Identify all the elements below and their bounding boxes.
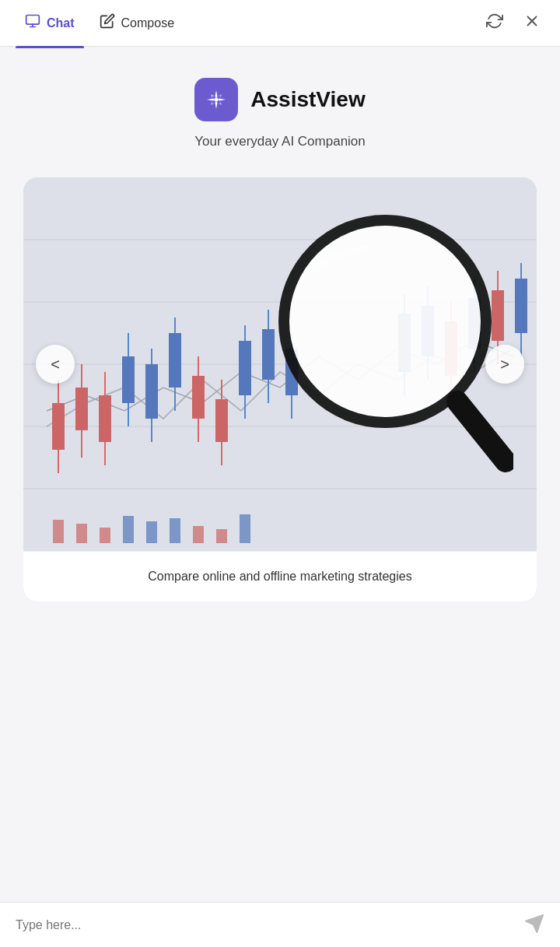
svg-rect-48 <box>146 521 157 543</box>
carousel-next-button[interactable]: > <box>485 345 524 384</box>
chevron-left-icon: < <box>51 356 60 374</box>
refresh-button[interactable] <box>482 11 507 36</box>
svg-rect-45 <box>76 524 87 543</box>
app-tagline: Your everyday AI Companion <box>194 134 366 149</box>
svg-rect-51 <box>216 529 227 543</box>
app-icon <box>194 78 238 121</box>
tab-group: Chat Compose <box>16 7 482 39</box>
svg-rect-25 <box>215 399 228 442</box>
svg-rect-27 <box>239 341 251 395</box>
carousel-caption-text: Compare online and offline marketing str… <box>148 570 411 583</box>
close-button[interactable] <box>520 11 544 36</box>
svg-rect-43 <box>515 279 527 333</box>
carousel-caption: Compare online and offline marketing str… <box>23 551 537 602</box>
carousel-prev-button[interactable]: < <box>36 345 75 384</box>
magnifier-overlay-svg <box>264 209 513 473</box>
svg-line-54 <box>457 402 506 461</box>
svg-rect-23 <box>192 376 205 419</box>
svg-rect-49 <box>170 518 180 543</box>
sparkles-icon <box>204 87 229 112</box>
chevron-right-icon: > <box>500 356 509 374</box>
svg-rect-13 <box>75 388 88 430</box>
send-button[interactable] <box>524 914 544 936</box>
main-content: AssistView Your everyday AI Companion <box>0 47 560 902</box>
app-name: AssistView <box>250 87 365 112</box>
branding: AssistView <box>194 78 365 121</box>
chat-icon <box>25 13 40 33</box>
svg-rect-11 <box>52 403 65 450</box>
refresh-icon <box>486 12 503 33</box>
svg-marker-56 <box>526 915 543 932</box>
svg-rect-21 <box>169 333 181 388</box>
svg-rect-52 <box>240 514 250 543</box>
carousel: < > Compare online and offline marketing… <box>23 177 537 602</box>
compose-icon <box>100 13 115 33</box>
tab-chat[interactable]: Chat <box>16 7 84 39</box>
chat-input[interactable] <box>16 918 515 932</box>
svg-rect-17 <box>122 356 135 403</box>
carousel-image-area: < > <box>23 177 537 551</box>
svg-rect-44 <box>53 520 64 543</box>
svg-rect-47 <box>123 516 134 543</box>
svg-rect-0 <box>26 16 40 25</box>
svg-rect-50 <box>193 526 204 543</box>
close-icon <box>523 12 541 33</box>
svg-rect-46 <box>100 528 110 543</box>
tab-chat-label: Chat <box>47 16 75 30</box>
send-icon <box>524 914 544 936</box>
svg-rect-19 <box>145 364 158 419</box>
tab-compose-label: Compose <box>121 16 174 30</box>
tab-compose[interactable]: Compose <box>90 7 184 39</box>
chat-footer <box>0 902 560 947</box>
svg-rect-15 <box>99 395 111 442</box>
header-actions <box>482 11 544 36</box>
carousel-image <box>23 177 537 551</box>
header: Chat Compose <box>0 0 560 47</box>
svg-point-3 <box>215 98 219 102</box>
